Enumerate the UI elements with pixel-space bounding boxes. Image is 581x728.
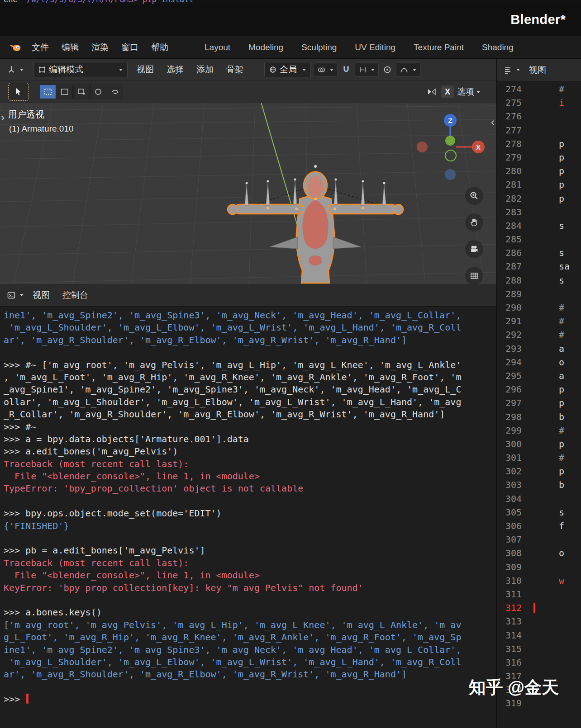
gizmo-x-negative[interactable] [417, 142, 428, 152]
editor-line[interactable]: 276 [497, 109, 581, 123]
editor-line[interactable]: 279p [497, 151, 581, 164]
editor-line[interactable]: 287sa [497, 260, 581, 273]
tab-shading[interactable]: Shading [473, 37, 523, 58]
editor-line[interactable]: 311 [497, 587, 581, 601]
editor-line[interactable]: 315 [497, 642, 581, 656]
tab-sculpting[interactable]: Sculpting [292, 37, 346, 58]
editor-line[interactable]: 285 [497, 232, 581, 246]
panel-expand-chevron[interactable]: › [1, 111, 5, 124]
camera-icon [470, 245, 479, 254]
gizmo-z-negative[interactable] [445, 169, 456, 180]
console-output[interactable]: ine1', 'm_avg_Spine2', 'm_avg_Spine3', '… [0, 307, 496, 709]
viewport-header-row1: 编辑模式 视图选择添加骨架 全局 [0, 59, 496, 81]
editor-line[interactable]: 294o [497, 355, 581, 369]
gizmo-y-negative[interactable] [445, 150, 456, 161]
text-editor-type-dropdown[interactable] [501, 64, 523, 76]
camera-view-button[interactable] [465, 240, 483, 258]
menu-file[interactable]: 文件 [25, 39, 55, 56]
editor-line[interactable]: 274# [497, 82, 581, 96]
select-mode-tweak[interactable] [40, 85, 56, 99]
options-dropdown[interactable]: 选项 [457, 86, 480, 98]
console-line: File "<blender_console>", line 1, in <mo… [4, 569, 493, 581]
select-mode-lasso[interactable] [107, 85, 123, 99]
gizmo-y-axis[interactable] [445, 136, 455, 146]
editor-menu-view[interactable]: 视图 [523, 61, 552, 79]
editor-line[interactable]: 309 [497, 560, 581, 574]
pan-button[interactable] [465, 213, 483, 232]
tab-uv-editing[interactable]: UV Editing [346, 37, 405, 58]
tab-layout[interactable]: Layout [195, 37, 239, 58]
navigation-gizmo[interactable]: Z X [413, 111, 488, 190]
editor-line[interactable]: 301# [497, 451, 581, 464]
editor-type-dropdown[interactable] [5, 64, 26, 76]
select-mode-box-new[interactable] [73, 85, 90, 99]
pivot-point-dropdown[interactable] [314, 62, 338, 77]
menu-edit[interactable]: 编辑 [55, 39, 85, 56]
editor-line[interactable]: 277 [497, 123, 581, 137]
editor-line[interactable]: 313 [497, 615, 581, 628]
zoom-button[interactable] [465, 187, 483, 205]
editor-line[interactable]: 308o [497, 546, 581, 560]
editor-line[interactable]: 296p [497, 383, 581, 396]
active-tool-button[interactable] [8, 83, 29, 101]
tab-modeling[interactable]: Modeling [239, 37, 292, 58]
viewport-menu-armature[interactable]: 骨架 [220, 61, 250, 78]
editor-line[interactable]: 307 [497, 533, 581, 546]
select-mode-box[interactable] [57, 85, 73, 99]
editor-line[interactable]: 284s [497, 219, 581, 232]
editor-line[interactable]: 295a [497, 369, 581, 383]
editor-code-area[interactable]: 274#275i276277278p279p280p281p282p283284… [497, 81, 581, 710]
code-fragment: # [559, 328, 564, 341]
console-menu-console[interactable]: 控制台 [56, 287, 95, 304]
editor-line[interactable]: 292# [497, 328, 581, 341]
mirror-x-toggle[interactable]: X [441, 85, 454, 99]
proportional-editing-toggle[interactable] [381, 65, 393, 75]
editor-line[interactable]: 297p [497, 396, 581, 410]
editor-line[interactable]: 293a [497, 342, 581, 355]
perspective-grid-button[interactable] [465, 267, 483, 284]
editor-line[interactable]: 283 [497, 205, 581, 219]
mode-dropdown[interactable]: 编辑模式 [33, 62, 128, 77]
falloff-dropdown[interactable] [396, 62, 420, 77]
editor-line[interactable]: 291# [497, 314, 581, 328]
editor-line[interactable]: 300p [497, 437, 581, 451]
viewport-canvas[interactable]: › 用户透视 (1) Armature.010 ‹ Z X [0, 103, 496, 284]
sidebar-collapse-chevron[interactable]: ‹ [491, 116, 495, 128]
snap-with-dropdown[interactable] [355, 62, 379, 77]
editor-line[interactable]: 299# [497, 424, 581, 437]
menu-window[interactable]: 窗口 [115, 39, 145, 56]
editor-line[interactable]: 303b [497, 478, 581, 492]
viewport-menu-select[interactable]: 选择 [160, 61, 190, 78]
editor-line[interactable]: 306f [497, 519, 581, 533]
viewport-menu-add[interactable]: 添加 [190, 61, 220, 78]
editor-line[interactable]: 290# [497, 301, 581, 314]
orientation-dropdown[interactable]: 全局 [264, 62, 311, 77]
editor-line[interactable]: 314 [497, 629, 581, 642]
editor-line[interactable]: 298b [497, 410, 581, 424]
menu-render[interactable]: 渲染 [85, 39, 115, 56]
editor-line[interactable]: 275i [497, 96, 581, 109]
editor-line[interactable]: 312 [497, 601, 581, 615]
menu-help[interactable]: 帮助 [145, 39, 175, 56]
editor-line[interactable]: 278p [497, 137, 581, 151]
editor-line[interactable]: 304 [497, 492, 581, 506]
editor-line[interactable]: 289 [497, 287, 581, 301]
tab-texture-paint[interactable]: Texture Paint [405, 37, 473, 58]
editor-line[interactable]: 282p [497, 192, 581, 205]
editor-line[interactable]: 286s [497, 246, 581, 260]
editor-line[interactable]: 281p [497, 178, 581, 191]
line-number: 301 [497, 451, 522, 464]
console-menu-view[interactable]: 视图 [26, 287, 56, 304]
editor-line[interactable]: 316 [497, 656, 581, 669]
viewport-menu-view[interactable]: 视图 [130, 61, 160, 78]
editor-line[interactable]: 302p [497, 464, 581, 478]
select-mode-circle[interactable] [90, 85, 106, 99]
blender-logo-icon[interactable] [9, 42, 22, 53]
editor-line[interactable]: 305s [497, 506, 581, 519]
console-editor-type-dropdown[interactable] [5, 289, 26, 301]
editor-line[interactable]: 288s [497, 274, 581, 287]
snap-toggle[interactable] [340, 65, 352, 75]
editor-line[interactable]: 310w [497, 574, 581, 587]
code-fragment: p [559, 137, 564, 151]
editor-line[interactable]: 280p [497, 164, 581, 178]
